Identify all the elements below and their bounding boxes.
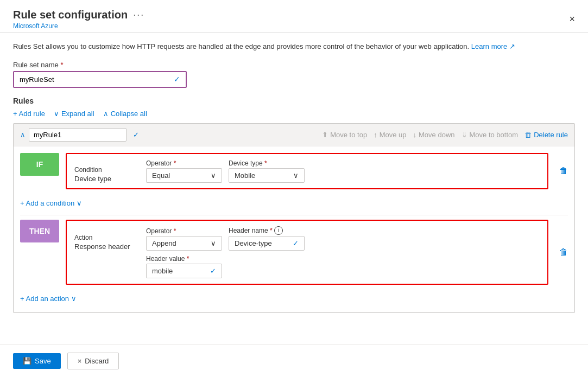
move-to-bottom-icon: ⇓	[461, 131, 467, 139]
collapse-rule-button[interactable]: ∧	[20, 131, 26, 139]
discard-icon: ×	[78, 357, 82, 365]
panel-subtitle: Microsoft Azure	[13, 22, 144, 30]
if-badge: IF	[20, 153, 59, 176]
operator-select[interactable]: Equal ∨	[146, 168, 222, 183]
rule-header-left: ∧ ✓	[20, 128, 142, 142]
condition-card: Condition Device type Operator * Equal	[66, 153, 548, 189]
move-up-button[interactable]: ↑ Move up	[374, 131, 406, 139]
device-type-label: Device type *	[229, 159, 305, 167]
delete-rule-icon: 🗑	[524, 131, 532, 139]
action-fields-col: Action Response header Operator *	[74, 226, 305, 278]
action-operator-label: Operator *	[146, 227, 222, 235]
add-action-button[interactable]: + Add an action ∨	[20, 295, 77, 303]
header-name-label: Header name * i	[229, 226, 305, 235]
device-type-select[interactable]: Mobile ∨	[229, 168, 305, 183]
panel-body: Rules Set allows you to customize how HT…	[0, 33, 588, 344]
panel-header-left: Rule set configuration ··· Microsoft Azu…	[13, 9, 144, 30]
delete-action-button[interactable]: 🗑	[559, 247, 568, 257]
required-star: *	[60, 61, 63, 69]
action-block: THEN Action Response header	[20, 220, 568, 285]
action-operator-chevron: ∨	[211, 239, 216, 247]
header-value-select[interactable]: mobile ✓	[146, 264, 222, 278]
header-value-check-icon: ✓	[210, 267, 216, 275]
rule-set-name-section: Rule set name * ✓	[13, 61, 575, 88]
move-to-top-button[interactable]: ⇑ Move to top	[322, 131, 367, 139]
condition-block: IF Condition Device type Operator *	[20, 153, 568, 189]
panel-title: Rule set configuration	[13, 9, 128, 21]
delete-action-icon: 🗑	[559, 247, 568, 257]
condition-field-group: Condition Device type	[74, 166, 140, 183]
expand-all-chevron: ∨	[54, 110, 59, 118]
move-to-bottom-button[interactable]: ⇓ Move to bottom	[461, 131, 519, 139]
action-fields-row-2: Header value * mobile ✓	[74, 255, 305, 278]
header-value-label: Header value *	[146, 255, 222, 263]
external-link-icon: ↗	[509, 42, 515, 50]
header-name-check-icon: ✓	[293, 239, 299, 247]
header-name-info-icon[interactable]: i	[274, 226, 283, 235]
device-type-field-group: Device type * Mobile ∨	[229, 159, 305, 183]
move-down-button[interactable]: ↓ Move down	[413, 131, 455, 139]
action-label: Action	[74, 234, 140, 241]
rule-container: ∧ ✓ ⇑ Move to top ↑ Move up	[13, 123, 575, 313]
move-to-top-icon: ⇑	[322, 131, 328, 139]
rules-title: Rules	[13, 97, 575, 105]
panel-footer: 💾 Save × Discard	[0, 344, 588, 377]
rule-set-name-label: Rule set name *	[13, 61, 575, 69]
add-condition-chevron: ∨	[77, 199, 82, 207]
discard-button[interactable]: × Discard	[67, 353, 119, 369]
save-button[interactable]: 💾 Save	[13, 353, 61, 369]
learn-more-link[interactable]: Learn more ↗	[471, 42, 515, 50]
collapse-all-button[interactable]: ∧ Collapse all	[103, 110, 147, 118]
then-badge: THEN	[20, 220, 59, 242]
add-action-row: + Add an action ∨	[20, 291, 568, 306]
action-card: Action Response header Operator *	[66, 220, 548, 285]
header-name-field-group: Header name * i Device-type ✓	[229, 226, 305, 251]
rule-set-name-input[interactable]	[14, 72, 168, 87]
close-icon[interactable]: ×	[569, 14, 575, 25]
action-field-group: Action Response header	[74, 234, 140, 251]
rule-header: ∧ ✓ ⇑ Move to top ↑ Move up	[14, 124, 574, 146]
condition-label: Condition	[74, 166, 140, 174]
add-condition-button[interactable]: + Add a condition ∨	[20, 199, 82, 207]
info-text: Rules Set allows you to customize how HT…	[13, 41, 575, 52]
title-row: Rule set configuration ···	[13, 9, 144, 21]
action-operator-select[interactable]: Append ∨	[146, 236, 222, 251]
add-rule-button[interactable]: + Add rule	[13, 110, 45, 118]
collapse-all-chevron: ∧	[103, 110, 109, 118]
expand-all-button[interactable]: ∨ Expand all	[54, 110, 94, 118]
condition-value: Device type	[74, 175, 140, 183]
delete-condition-button[interactable]: 🗑	[559, 166, 568, 176]
divider	[20, 215, 568, 215]
rules-toolbar: + Add rule ∨ Expand all ∧ Collapse all	[13, 110, 575, 118]
action-fields-row-1: Action Response header Operator *	[74, 226, 305, 251]
save-icon: 💾	[23, 357, 31, 365]
rules-section: Rules + Add rule ∨ Expand all ∧ Collapse…	[13, 97, 575, 313]
delete-rule-button[interactable]: 🗑 Delete rule	[524, 131, 568, 139]
action-value: Response header	[74, 242, 140, 251]
rule-set-name-check-icon: ✓	[168, 75, 186, 84]
operator-field-group: Operator * Equal ∨	[146, 159, 222, 183]
panel-header: Rule set configuration ··· Microsoft Azu…	[0, 0, 588, 33]
move-down-icon: ↓	[413, 131, 417, 139]
operator-chevron: ∨	[211, 171, 216, 180]
operator-label: Operator *	[146, 159, 222, 167]
header-value-field-group: Header value * mobile ✓	[146, 255, 222, 278]
rule-set-configuration-panel: Rule set configuration ··· Microsoft Azu…	[0, 0, 588, 377]
rule-set-name-input-wrapper: ✓	[13, 71, 187, 88]
move-up-icon: ↑	[374, 131, 377, 139]
delete-condition-icon: 🗑	[559, 166, 568, 175]
header-name-select[interactable]: Device-type ✓	[229, 236, 305, 251]
rule-header-actions: ⇑ Move to top ↑ Move up ↓ Move down ⇓	[322, 131, 568, 139]
rule-body: IF Condition Device type Operator *	[14, 146, 574, 312]
action-operator-field-group: Operator * Append ∨	[146, 227, 222, 251]
panel-header-right: ×	[569, 14, 575, 25]
rule-name-input[interactable]	[29, 128, 127, 142]
add-action-chevron: ∨	[71, 295, 77, 303]
device-type-chevron: ∨	[293, 171, 299, 180]
add-condition-row: + Add a condition ∨	[20, 196, 568, 210]
more-options-icon[interactable]: ···	[133, 9, 144, 21]
rule-name-check-icon: ✓	[130, 131, 142, 139]
info-description: Rules Set allows you to customize how HT…	[13, 42, 469, 50]
